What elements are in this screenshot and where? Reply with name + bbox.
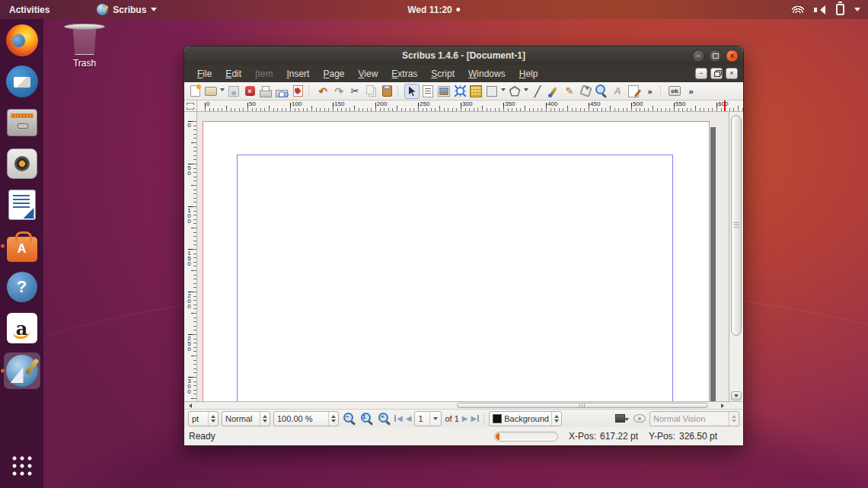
status-message: Ready <box>189 431 215 442</box>
ruler-label: 150 <box>334 100 344 107</box>
open-document-icon[interactable] <box>203 84 219 99</box>
dock-item-thunderbird[interactable] <box>4 65 40 98</box>
first-page-button[interactable]: ◀ <box>394 414 403 423</box>
zoom-out-button[interactable]: − <box>342 411 356 426</box>
image-quality-select[interactable]: Normal <box>222 411 270 426</box>
undo-icon[interactable]: ↶ <box>315 84 330 99</box>
new-document-icon[interactable] <box>187 84 203 99</box>
open-dropdown-caret-icon[interactable] <box>219 84 225 99</box>
menu-view[interactable]: View <box>352 66 385 81</box>
rotate-item-icon[interactable] <box>578 84 593 99</box>
window-titlebar[interactable]: Scribus 1.4.6 - [Document-1] − × <box>184 46 743 65</box>
scroll-left-arrow-icon[interactable] <box>185 403 193 408</box>
unit-select[interactable]: pt <box>188 411 219 426</box>
spinner-icon[interactable] <box>260 412 270 426</box>
clock[interactable]: Wed 11:20 <box>407 5 460 15</box>
shape-dropdown-caret-icon[interactable] <box>500 84 506 99</box>
save-document-icon[interactable] <box>226 84 241 99</box>
window-maximize-button[interactable] <box>709 49 722 62</box>
dock-item-ubuntu-software[interactable]: A <box>4 229 40 263</box>
window-title: Scribus 1.4.6 - [Document-1] <box>184 50 743 61</box>
menu-insert[interactable]: Insert <box>279 66 316 81</box>
dock-item-libreoffice-writer[interactable] <box>4 188 40 222</box>
horizontal-scrollbar[interactable] <box>184 401 743 409</box>
insert-render-frame-icon[interactable] <box>452 84 468 99</box>
horizontal-scrollbar-thumb[interactable] <box>457 403 708 408</box>
main-toolbar: × ↶ ↷ ✂ ╱ ✎ A » <box>184 82 743 100</box>
insert-line-icon[interactable]: ╱ <box>530 84 545 99</box>
polygon-dropdown-caret-icon[interactable] <box>523 84 529 99</box>
copy-icon[interactable] <box>363 84 378 99</box>
menu-file[interactable]: File <box>190 66 219 81</box>
menu-windows[interactable]: Windows <box>461 66 512 81</box>
spinner-icon[interactable] <box>208 412 218 426</box>
edit-contents-icon[interactable]: A <box>610 84 625 99</box>
menu-edit[interactable]: Edit <box>219 66 248 81</box>
vertical-scrollbar-thumb[interactable] <box>731 115 742 336</box>
dock-item-help[interactable]: ? <box>4 270 40 304</box>
paste-icon[interactable] <box>379 84 394 99</box>
export-pdf-icon[interactable] <box>290 84 305 99</box>
print-document-icon[interactable] <box>258 84 273 99</box>
redo-icon[interactable]: ↷ <box>331 84 346 99</box>
document-restore-button[interactable] <box>710 68 723 79</box>
insert-freehand-line-icon[interactable]: ✎ <box>562 84 577 99</box>
zoom-level-input[interactable]: 100.00 % <box>273 411 339 426</box>
select-item-icon[interactable] <box>404 84 420 99</box>
help-icon: ? <box>7 272 37 302</box>
ruler-origin-box[interactable] <box>184 100 197 111</box>
layer-select[interactable]: Background <box>489 411 562 426</box>
cut-icon[interactable]: ✂ <box>347 84 362 99</box>
menu-script[interactable]: Script <box>424 66 461 81</box>
insert-bezier-curve-icon[interactable] <box>546 84 561 99</box>
system-status-area[interactable] <box>792 4 860 15</box>
horizontal-ruler[interactable]: 0 50 100 150 200 250 300 350 400 450 500… <box>197 100 743 111</box>
show-applications-button[interactable] <box>11 455 34 477</box>
spinner-icon[interactable] <box>328 412 338 426</box>
scroll-right-arrow-icon[interactable] <box>720 403 728 408</box>
toolbar-overflow-icon[interactable]: » <box>642 84 657 99</box>
story-editor-icon[interactable] <box>626 84 641 99</box>
insert-text-frame-icon[interactable] <box>420 84 436 99</box>
close-document-icon[interactable]: × <box>242 84 257 99</box>
activities-button[interactable]: Activities <box>9 5 49 15</box>
pdf-push-button-icon[interactable]: ok <box>667 84 682 99</box>
insert-table-icon[interactable] <box>468 84 483 99</box>
dock: A ? a <box>0 19 43 488</box>
dock-item-firefox[interactable] <box>4 24 40 57</box>
insert-shape-icon[interactable] <box>484 84 499 99</box>
document-minimize-button[interactable]: − <box>695 68 707 79</box>
document-page[interactable] <box>203 121 710 401</box>
menu-help[interactable]: Help <box>512 66 545 81</box>
insert-image-frame-icon[interactable] <box>436 84 452 99</box>
page-number-select[interactable]: 1 <box>414 411 442 426</box>
last-page-button[interactable]: ▶ <box>471 414 479 423</box>
document-canvas[interactable] <box>197 112 729 401</box>
trash-desktop-icon[interactable]: Trash <box>65 26 104 69</box>
preview-mode-icon[interactable] <box>614 412 630 426</box>
insert-polygon-icon[interactable] <box>507 84 522 99</box>
zoom-tool-icon[interactable] <box>594 84 609 99</box>
previous-page-button[interactable]: ◀ <box>406 414 412 423</box>
ruler-label: 600 <box>718 100 728 107</box>
visual-appearance-eye-icon[interactable] <box>633 413 646 424</box>
pdf-toolbar-overflow-icon[interactable]: » <box>683 84 698 99</box>
spinner-icon[interactable] <box>551 412 561 426</box>
dock-item-scribus[interactable] <box>4 352 40 389</box>
dock-item-amazon[interactable]: a <box>4 311 40 345</box>
vertical-scrollbar[interactable] <box>729 112 743 401</box>
menu-page[interactable]: Page <box>316 66 351 81</box>
dock-item-files[interactable] <box>4 106 40 139</box>
window-close-button[interactable]: × <box>726 49 739 62</box>
dock-item-rhythmbox[interactable] <box>4 147 40 180</box>
window-minimize-button[interactable]: − <box>692 49 705 62</box>
scroll-down-arrow-icon[interactable] <box>731 391 742 400</box>
next-page-button[interactable]: ▶ <box>462 414 468 423</box>
document-close-button[interactable]: × <box>726 68 738 79</box>
preflight-verifier-icon[interactable] <box>274 84 289 99</box>
vertical-ruler[interactable]: 0 50 100 150 200 250 300 <box>184 112 197 401</box>
zoom-100-button[interactable]: 1 <box>359 411 374 426</box>
zoom-in-button[interactable]: + <box>377 411 391 426</box>
app-menu[interactable]: Scribus <box>97 4 157 15</box>
menu-extras[interactable]: Extras <box>385 66 424 81</box>
